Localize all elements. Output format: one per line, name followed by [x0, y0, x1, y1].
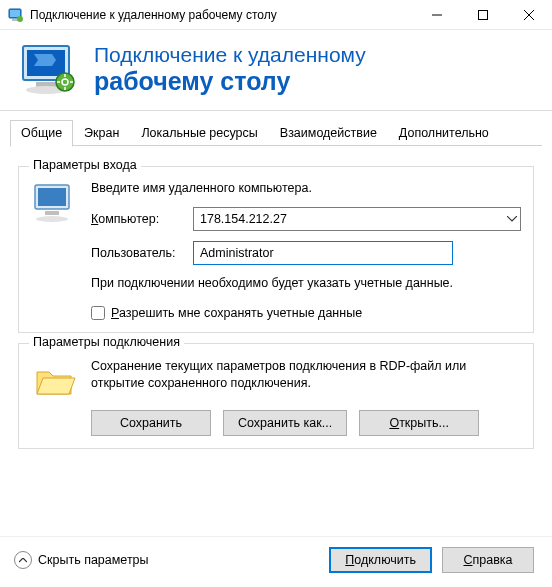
hide-options-label: Скрыть параметры [38, 553, 149, 567]
maximize-button[interactable] [460, 0, 506, 30]
svg-point-21 [36, 216, 68, 222]
help-button[interactable]: Справка [442, 547, 534, 573]
footer: Скрыть параметры Подключить Справка [0, 536, 552, 587]
login-instruction: Введите имя удаленного компьютера. [91, 181, 521, 195]
header-line2: рабочему столу [94, 67, 366, 96]
username-input[interactable] [193, 241, 453, 265]
tab-display[interactable]: Экран [73, 120, 130, 147]
save-button[interactable]: Сохранить [91, 410, 211, 436]
hide-options-link[interactable]: Скрыть параметры [14, 551, 149, 569]
connection-note: Сохранение текущих параметров подключени… [91, 358, 521, 392]
window-title: Подключение к удаленному рабочему столу [30, 8, 414, 22]
tab-local-resources[interactable]: Локальные ресурсы [130, 120, 268, 147]
header-line1: Подключение к удаленному [94, 43, 366, 67]
svg-rect-20 [45, 211, 59, 215]
tab-content: Параметры входа Введите имя удаленного к… [0, 146, 552, 457]
save-as-button[interactable]: Сохранить как... [223, 410, 347, 436]
svg-point-3 [17, 16, 23, 22]
chevron-up-icon [14, 551, 32, 569]
rdp-large-icon [18, 42, 78, 96]
tab-experience[interactable]: Взаимодействие [269, 120, 388, 147]
header-text: Подключение к удаленному рабочему столу [94, 43, 366, 96]
header: Подключение к удаленному рабочему столу [0, 30, 552, 110]
open-button[interactable]: Открыть... [359, 410, 479, 436]
login-group: Параметры входа Введите имя удаленного к… [18, 166, 534, 333]
close-button[interactable] [506, 0, 552, 30]
save-credentials-checkbox[interactable] [91, 306, 105, 320]
connection-group: Параметры подключения Сохранение текущих… [18, 343, 534, 449]
svg-rect-19 [38, 188, 66, 206]
tab-advanced[interactable]: Дополнительно [388, 120, 500, 147]
svg-rect-1 [10, 10, 20, 17]
computer-input[interactable] [193, 207, 521, 231]
connection-group-title: Параметры подключения [29, 335, 184, 349]
computer-label: Компьютер: [91, 212, 187, 226]
user-label: Пользователь: [91, 246, 187, 260]
rdp-icon [8, 7, 24, 23]
svg-rect-5 [479, 10, 488, 19]
credentials-note: При подключении необходимо будет указать… [91, 275, 521, 292]
tab-general[interactable]: Общие [10, 120, 73, 147]
titlebar: Подключение к удаленному рабочему столу [0, 0, 552, 30]
login-group-title: Параметры входа [29, 158, 141, 172]
tabs: Общие Экран Локальные ресурсы Взаимодейс… [0, 111, 552, 146]
computer-icon [31, 181, 77, 227]
folder-icon [31, 358, 77, 404]
minimize-button[interactable] [414, 0, 460, 30]
connect-button[interactable]: Подключить [329, 547, 432, 573]
save-credentials-label: Разрешить мне сохранять учетные данные [111, 306, 362, 320]
